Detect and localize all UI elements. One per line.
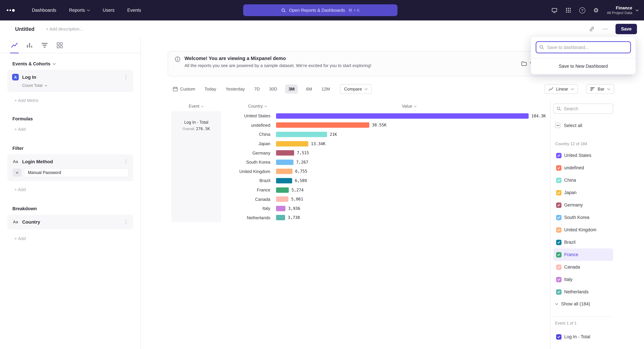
checkbox[interactable] [556,240,562,245]
apps-grid-icon[interactable] [566,7,571,13]
chart-bar[interactable] [276,160,294,165]
chart-bar[interactable] [276,150,294,156]
checkbox[interactable] [556,227,562,233]
checkbox[interactable] [556,277,562,282]
date-range-12m[interactable]: 12M [320,84,332,93]
checkbox[interactable] [556,215,562,220]
add-description-button[interactable]: + Add description... [46,26,83,31]
breakdown-card[interactable]: Aa Country ⋮ [8,215,133,229]
chevron-down-icon [414,105,416,107]
legend-item-canada[interactable]: Canada [554,261,613,273]
nav-item-reports[interactable]: Reports [69,8,90,13]
column-header-event[interactable]: Event [172,104,221,109]
help-icon[interactable]: ? [579,7,585,13]
chart-row-category: China [172,132,276,137]
section-title-events-cohorts[interactable]: Events & Cohorts [12,61,140,66]
metric-card[interactable]: A Log In ⋮ Count Total [8,70,133,92]
checkbox[interactable] [556,334,562,340]
nav-item-events[interactable]: Events [127,8,141,13]
add-breakdown-button[interactable]: + Add [14,236,26,241]
chart-bar[interactable] [276,187,289,193]
scale-selector[interactable]: Linear [544,84,578,94]
checkbox[interactable] [556,190,562,195]
breakdown-property-name[interactable]: Country [22,219,120,225]
tab-retention[interactable] [56,41,64,49]
add-formula-button[interactable]: + Add [14,127,26,132]
kebab-menu-icon[interactable]: ⋮ [124,220,128,224]
date-range-3m[interactable]: 3M [285,84,298,93]
legend-item-brazil[interactable]: Brazil [554,236,613,248]
aggregation-selector[interactable]: Count Total [22,83,128,88]
add-metric-button[interactable]: + Add Metric [14,98,39,103]
tab-insights[interactable] [11,41,18,49]
legend-item-united-states[interactable]: United States [554,149,613,162]
date-range-6m[interactable]: 6M [305,84,314,93]
checkbox[interactable] [556,252,562,257]
select-all-row[interactable]: Select all [555,123,582,128]
settings-gear-icon[interactable]: ⚙ [593,7,599,13]
more-options-icon[interactable]: ⋯ [602,27,608,31]
date-range-today[interactable]: Today [203,84,218,93]
checkbox[interactable] [556,289,562,295]
select-all-checkbox[interactable] [555,123,560,128]
chart-bar-value: 3,738 [288,215,300,220]
legend-item-south-korea[interactable]: South Korea [554,211,613,224]
show-all-button[interactable]: Show all (184) [555,301,590,307]
tab-funnel[interactable] [41,41,48,49]
mixpanel-logo[interactable] [7,9,15,11]
checkbox[interactable] [556,165,562,170]
legend-item-netherlands[interactable]: Netherlands [554,286,613,298]
tab-bar-chart[interactable] [26,41,33,49]
column-header-country[interactable]: Country [238,104,278,109]
chart-bar[interactable] [276,215,285,220]
chart-bar[interactable] [276,206,286,211]
series-search-input[interactable] [554,104,613,114]
filter-card[interactable]: Aa Login Method ⋮ = Manual Password [8,154,133,181]
kebab-menu-icon[interactable]: ⋮ [124,159,128,164]
filter-value[interactable]: Manual Password [24,168,128,177]
nav-item-users[interactable]: Users [103,8,114,13]
date-range-custom[interactable]: Custom [172,84,196,93]
checkbox[interactable] [556,178,562,183]
compare-button[interactable]: Compare [340,84,372,94]
save-to-dashboard-input[interactable] [536,41,631,53]
legend-item-france[interactable]: France [554,248,613,261]
chart-row: South Korea7,267 [172,158,550,167]
chart-bar[interactable] [276,113,528,119]
date-range-7d[interactable]: 7D [253,84,261,93]
date-range-30d[interactable]: 30D [268,84,278,93]
filter-operator[interactable]: = [13,169,22,177]
add-filter-button[interactable]: + Add [14,187,26,192]
chart-bar[interactable] [276,196,288,202]
report-title[interactable]: Untitled [15,26,34,32]
chart-bar[interactable] [276,122,369,128]
legend-item-china[interactable]: China [554,174,613,186]
column-header-value[interactable]: Value [389,104,429,109]
metric-event-name[interactable]: Log In [22,74,120,80]
desktop-icon[interactable] [552,7,558,13]
chart-bar[interactable] [276,169,292,174]
legend-item-log-in-total[interactable]: Log In - Total [554,331,613,343]
legend-item-germany[interactable]: Germany [554,199,613,211]
checkbox[interactable] [556,202,562,208]
kebab-menu-icon[interactable]: ⋮ [124,75,128,79]
chart-bar-value: 6,755 [295,169,307,174]
legend-item-italy[interactable]: Italy [554,273,613,286]
chart-bar[interactable] [276,132,327,137]
save-button[interactable]: Save [616,24,637,34]
legend-item-undefined[interactable]: undefined [554,162,613,174]
legend-item-japan[interactable]: Japan [554,186,613,199]
project-selector[interactable]: Finance All Project Data [607,5,639,15]
date-range-yesterday[interactable]: Yesterday [224,84,246,93]
filter-property-name[interactable]: Login Method [22,159,120,164]
chart-bar[interactable] [276,178,292,183]
checkbox[interactable] [556,153,562,158]
save-to-new-dashboard-button[interactable]: Save to New Dashboard [531,58,636,74]
open-reports-search-button[interactable]: Open Reports & Dashboards ⌘ + K [243,4,398,16]
nav-item-dashboards[interactable]: Dashboards [32,8,56,13]
chart-bar[interactable] [276,141,308,146]
chart-type-selector[interactable]: Bar [586,84,614,94]
legend-item-united-kingdom[interactable]: United Kingdom [554,224,613,236]
copy-link-icon[interactable] [589,26,595,32]
checkbox[interactable] [556,264,562,270]
